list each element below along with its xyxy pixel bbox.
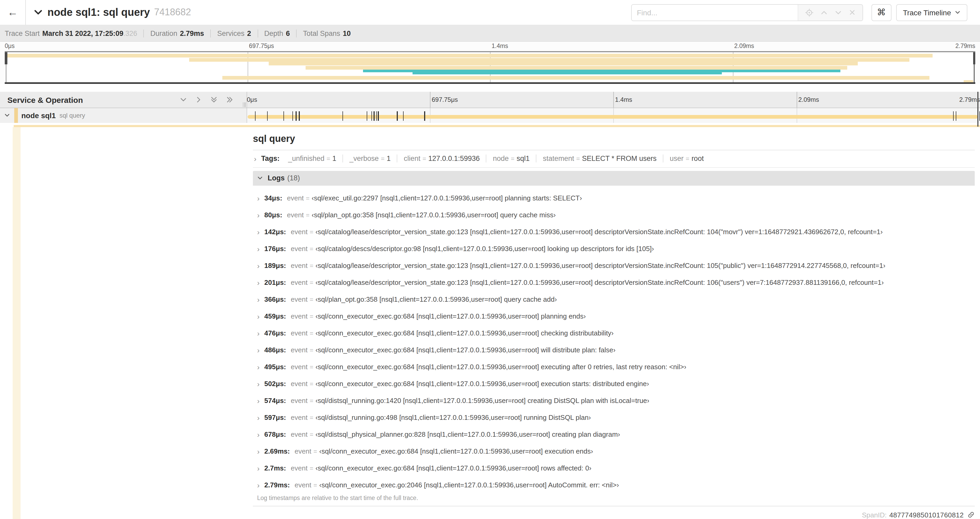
span-detail-header: sql query — [253, 131, 975, 150]
logs-footer-note: Log timestamps are relative to the start… — [253, 493, 975, 506]
log-message: ‹sql/conn_executor_exec.go:684 [nsql1,cl… — [315, 380, 649, 388]
chevron-right-icon: › — [257, 481, 259, 489]
tag-item: client=127.0.0.1:59936 — [397, 155, 486, 163]
column-resizer-handle[interactable] — [243, 102, 245, 107]
span-row-timeline-cell[interactable] — [247, 108, 980, 123]
timeline-gridline — [797, 92, 797, 108]
expand-one-icon[interactable] — [195, 96, 202, 103]
span-duration-bar[interactable] — [247, 115, 978, 119]
minimap-span-bar — [964, 80, 974, 82]
chevron-right-icon: › — [257, 380, 259, 388]
summary-item-value: 2 — [247, 29, 251, 37]
log-row[interactable]: ›574μs:event=‹sql/distsql_running.go:142… — [253, 392, 975, 409]
span-operation-name: sql query — [59, 112, 85, 119]
log-time: 486μs: — [264, 346, 286, 354]
logs-label: Logs — [268, 174, 285, 182]
timeline-right-dragline[interactable] — [978, 92, 978, 126]
expanded-span-accent-strip — [13, 125, 980, 127]
log-row[interactable]: ›476μs:event=‹sql/conn_executor_exec.go:… — [253, 325, 975, 342]
log-message: ‹sql/conn_executor_exec.go:684 [nsql1,cl… — [315, 346, 616, 354]
find-next-icon[interactable] — [834, 9, 842, 16]
timeline-tick-label: 2.79ms — [956, 43, 975, 49]
timeline-gridline — [430, 92, 431, 108]
tags-list: _unfinished=1_verbose=1client=127.0.0.1:… — [282, 155, 710, 163]
log-event-tick — [367, 111, 368, 121]
log-time: 476μs: — [264, 329, 286, 337]
command-key-icon: ⌘ — [877, 7, 886, 18]
deep-link-icon[interactable] — [967, 511, 975, 519]
log-row[interactable]: ›486μs:event=‹sql/conn_executor_exec.go:… — [253, 342, 975, 358]
log-row[interactable]: ›80μs:event=‹sql/plan_opt.go:358 [nsql1,… — [253, 206, 975, 224]
log-row[interactable]: ›459μs:event=‹sql/conn_executor_exec.go:… — [253, 308, 975, 325]
minimap-canvas[interactable] — [5, 51, 975, 84]
chevron-right-icon: › — [257, 447, 259, 455]
log-event-tick — [378, 111, 379, 121]
span-row-name-cell[interactable]: node sql1 sql query — [0, 108, 247, 123]
find-input[interactable] — [632, 5, 797, 20]
minimap-span-bar — [222, 76, 930, 80]
log-time: 80μs: — [264, 211, 282, 219]
collapse-one-icon[interactable] — [180, 96, 187, 103]
minimap-left-scrubber[interactable] — [5, 52, 7, 64]
log-row[interactable]: ›2.69ms:event=‹sql/conn_executor_exec.go… — [253, 443, 975, 460]
log-time: 678μs: — [264, 430, 286, 438]
log-field-key: event — [291, 397, 308, 404]
log-row[interactable]: ›502μs:event=‹sql/conn_executor_exec.go:… — [253, 375, 975, 392]
summary-item-label: Depth — [264, 29, 283, 37]
minimap-span-bar — [305, 65, 847, 69]
log-event-tick — [374, 111, 375, 121]
find-controls — [797, 5, 862, 20]
log-event-tick — [424, 111, 425, 121]
trace-view-dropdown[interactable]: Trace Timeline — [896, 4, 967, 21]
log-equals: = — [310, 431, 313, 438]
tag-key: node — [493, 155, 509, 163]
keyboard-shortcuts-button[interactable]: ⌘ — [871, 4, 891, 21]
match-locate-icon[interactable] — [805, 8, 813, 17]
minimap-span-bar — [269, 62, 858, 65]
log-time: 2.79ms: — [264, 481, 290, 489]
log-field-key: event — [291, 312, 308, 320]
log-row[interactable]: ›597μs:event=‹sql/distsql_running.go:498… — [253, 409, 975, 426]
log-equals: = — [313, 447, 317, 455]
expand-all-icon[interactable] — [225, 96, 234, 103]
log-message: ‹sql/catalog/descs/descriptor.go:98 [nsq… — [315, 245, 654, 252]
summary-item: Trace StartMarch 31 2022, 17:25:09.326 — [5, 29, 143, 37]
summary-item-value: 6 — [286, 29, 290, 37]
log-equals: = — [310, 397, 313, 404]
log-row[interactable]: ›34μs:event=‹sql/exec_util.go:2297 [nsql… — [253, 190, 975, 206]
log-event-tick — [283, 111, 284, 121]
log-equals: = — [313, 481, 317, 489]
log-row[interactable]: ›142μs:event=‹sql/catalog/lease/descript… — [253, 224, 975, 240]
logs-header[interactable]: Logs (18) — [253, 171, 975, 185]
log-equals: = — [310, 228, 313, 235]
minimap-right-scrubber[interactable] — [973, 52, 975, 64]
log-row[interactable]: ›2.7ms:event=‹sql/conn_executor_exec.go:… — [253, 460, 975, 476]
log-field-key: event — [291, 430, 308, 438]
tag-value: root — [692, 155, 704, 163]
tag-equals: = — [686, 155, 689, 163]
log-row[interactable]: ›366μs:event=‹sql/plan_opt.go:358 [nsql1… — [253, 291, 975, 308]
find-clear-icon[interactable] — [848, 9, 855, 16]
log-message: ‹sql/catalog/lease/descriptor_version_st… — [315, 262, 885, 270]
minimap-tick-row: 0μs697.75μs1.4ms2.09ms2.79ms — [5, 42, 975, 51]
log-row[interactable]: ›2.79ms:event=‹sql/conn_executor_exec.go… — [253, 476, 975, 493]
collapse-span-icon[interactable] — [4, 113, 10, 118]
log-message: ‹sql/plan_opt.go:358 [nsql1,client=127.0… — [312, 211, 556, 219]
log-equals: = — [306, 211, 310, 219]
log-event-tick — [376, 111, 377, 121]
chevron-right-icon: › — [257, 363, 259, 371]
log-row[interactable]: ›678μs:event=‹sql/distsql_physical_plann… — [253, 426, 975, 443]
log-row[interactable]: ›201μs:event=‹sql/catalog/lease/descript… — [253, 274, 975, 291]
log-row[interactable]: ›495μs:event=‹sql/conn_executor_exec.go:… — [253, 358, 975, 375]
log-row[interactable]: ›189μs:event=‹sql/catalog/lease/descript… — [253, 257, 975, 274]
log-field-key: event — [294, 481, 312, 489]
collapse-trace-header-icon[interactable] — [34, 8, 43, 17]
tags-row[interactable]: › Tags: _unfinished=1_verbose=1client=12… — [253, 150, 975, 168]
collapse-all-icon[interactable] — [210, 96, 217, 104]
log-row[interactable]: ›176μs:event=‹sql/catalog/descs/descript… — [253, 240, 975, 257]
summary-item: Depth6 — [258, 29, 296, 37]
log-event-tick — [342, 111, 343, 121]
back-button[interactable]: ← — [0, 0, 26, 25]
find-prev-icon[interactable] — [820, 9, 827, 16]
span-id-value: 4877749850101760812 — [889, 511, 964, 519]
